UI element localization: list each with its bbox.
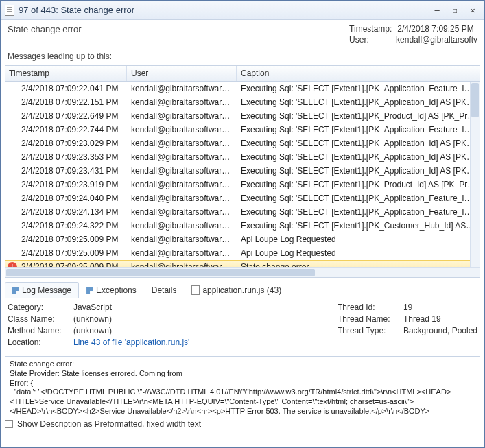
table-row[interactable]: 2/4/2018 07:09:22.649 PMkendall@gibralta…: [5, 109, 480, 123]
close-button[interactable]: ✕: [465, 4, 480, 16]
threadtype-value: Background, Pooled: [403, 326, 477, 335]
table-row[interactable]: !2/4/2018 07:09:25.009 PMkendall@gibralt…: [5, 260, 480, 267]
table-row[interactable]: 2/4/2018 07:09:23.431 PMkendall@gibralta…: [5, 164, 480, 178]
cell-timestamp: 2/4/2018 07:09:25.009 PM: [17, 235, 127, 244]
classname-value: (unknown): [73, 314, 112, 324]
window-title: 97 of 443: State change error: [19, 5, 429, 15]
cell-caption: Executing Sql: 'SELECT [Extent1].[PK_App…: [237, 152, 480, 162]
cell-caption: Executing Sql: 'SELECT [Extent1].[PK_Pro…: [237, 111, 480, 121]
cell-user: kendall@gibraltarsoftware.com: [127, 262, 237, 267]
threadname-label: Thread Name:: [338, 314, 397, 324]
methodname-label: Method Name:: [8, 326, 67, 335]
table-row[interactable]: 2/4/2018 07:09:24.040 PMkendall@gibralta…: [5, 191, 480, 205]
cell-timestamp: 2/4/2018 07:09:25.009 PM: [17, 248, 127, 258]
cell-caption: Executing Sql: 'SELECT [Extent1].[PK_Cus…: [237, 221, 480, 231]
error-description-box[interactable]: State change error: State Provider: Stat…: [5, 356, 480, 416]
methodname-value: (unknown): [73, 326, 112, 335]
cell-timestamp: 2/4/2018 07:09:23.919 PM: [17, 180, 127, 189]
cell-caption: Executing Sql: 'SELECT [Extent1].[PK_App…: [237, 97, 480, 107]
cell-user: kendall@gibraltarsoftware.com: [127, 180, 237, 189]
cell-timestamp: 2/4/2018 07:09:22.151 PM: [17, 97, 127, 107]
threadid-label: Thread Id:: [338, 303, 397, 312]
timestamp-value: 2/4/2018 7:09:25 PM: [397, 24, 473, 34]
cell-user: kendall@gibraltarsoftware.com: [127, 221, 237, 231]
maximize-button[interactable]: ☐: [447, 4, 462, 16]
cell-timestamp: 2/4/2018 07:09:23.431 PM: [17, 166, 127, 176]
table-row[interactable]: 2/4/2018 07:09:25.009 PMkendall@gibralta…: [5, 233, 480, 246]
location-link[interactable]: Line 43 of file 'application.run.js': [73, 338, 189, 347]
table-row[interactable]: 2/4/2018 07:09:23.029 PMkendall@gibralta…: [5, 137, 480, 150]
cell-user: kendall@gibraltarsoftware.com: [127, 97, 237, 107]
tab-exceptions[interactable]: Exceptions: [79, 282, 144, 298]
cell-user: kendall@gibraltarsoftware.com: [127, 235, 237, 244]
detail-tabs: Log Message Exceptions Details applicati…: [5, 282, 480, 298]
error-summary: State change error: [8, 24, 349, 46]
table-row[interactable]: 2/4/2018 07:09:24.322 PMkendall@gibralta…: [5, 219, 480, 233]
tab-log-message[interactable]: Log Message: [5, 282, 79, 298]
column-header-caption[interactable]: Caption: [237, 66, 480, 81]
summary-area: State change error Timestamp:2/4/2018 7:…: [1, 20, 484, 49]
tab-details[interactable]: Details: [144, 282, 185, 298]
cell-user: kendall@gibraltarsoftware.com: [127, 139, 237, 148]
cell-caption: Executing Sql: 'SELECT [Extent1].[PK_App…: [237, 84, 480, 93]
table-row[interactable]: 2/4/2018 07:09:25.009 PMkendall@gibralta…: [5, 246, 480, 260]
cell-timestamp: 2/4/2018 07:09:22.041 PM: [17, 84, 127, 93]
table-row[interactable]: 2/4/2018 07:09:22.151 PMkendall@gibralta…: [5, 95, 480, 109]
cell-timestamp: 2/4/2018 07:09:25.009 PM: [17, 262, 127, 267]
title-bar: 97 of 443: State change error — ☐ ✕: [1, 1, 484, 20]
cell-caption: Executing Sql: 'SELECT [Extent1].[PK_App…: [237, 139, 480, 148]
scrollbar-thumb[interactable]: [471, 83, 479, 117]
detail-panel: Category:JavaScript Class Name:(unknown)…: [1, 298, 484, 353]
cell-caption: Executing Sql: 'SELECT [Extent1].[PK_App…: [237, 193, 480, 203]
message-grid: Timestamp User Caption 2/4/2018 07:09:22…: [5, 65, 480, 278]
cell-timestamp: 2/4/2018 07:09:22.744 PM: [17, 125, 127, 134]
scrollbar-thumb[interactable]: [6, 269, 315, 276]
table-row[interactable]: 2/4/2018 07:09:23.353 PMkendall@gibralta…: [5, 150, 480, 164]
table-row[interactable]: 2/4/2018 07:09:22.041 PMkendall@gibralta…: [5, 82, 480, 95]
vertical-scrollbar[interactable]: [470, 82, 480, 267]
document-icon: [5, 5, 14, 16]
tab-file[interactable]: application.run.js (43): [184, 282, 289, 298]
timestamp-label: Timestamp:: [349, 24, 392, 34]
cell-user: kendall@gibraltarsoftware.com: [127, 84, 237, 93]
classname-label: Class Name:: [8, 314, 67, 324]
flag-icon: [12, 287, 19, 294]
cell-timestamp: 2/4/2018 07:09:23.353 PM: [17, 152, 127, 162]
threadtype-label: Thread Type:: [338, 326, 397, 335]
category-label: Category:: [8, 303, 67, 312]
cell-timestamp: 2/4/2018 07:09:23.029 PM: [17, 139, 127, 148]
table-row[interactable]: 2/4/2018 07:09:22.744 PMkendall@gibralta…: [5, 123, 480, 137]
cell-user: kendall@gibraltarsoftware.com: [127, 248, 237, 258]
category-value: JavaScript: [73, 303, 112, 312]
leadup-label: Messages leading up to this:: [1, 49, 484, 65]
flag-icon: [86, 287, 93, 294]
cell-caption: Api Loupe Log Requested: [237, 235, 480, 244]
cell-user: kendall@gibraltarsoftware.com: [127, 111, 237, 121]
horizontal-scrollbar[interactable]: [5, 267, 480, 277]
threadname-value: Thread 19: [403, 314, 441, 324]
cell-user: kendall@gibraltarsoftware.com: [127, 207, 237, 217]
cell-user: kendall@gibraltarsoftware.com: [127, 166, 237, 176]
tab-label: application.run.js (43): [202, 285, 281, 295]
tab-label: Log Message: [22, 285, 71, 295]
cell-timestamp: 2/4/2018 07:09:22.649 PM: [17, 111, 127, 121]
column-header-timestamp[interactable]: Timestamp: [5, 66, 127, 81]
cell-timestamp: 2/4/2018 07:09:24.040 PM: [17, 193, 127, 203]
tab-label: Exceptions: [96, 285, 137, 295]
cell-caption: Api Loupe Log Requested: [237, 248, 480, 258]
cell-user: kendall@gibraltarsoftware.com: [127, 152, 237, 162]
cell-caption: State change error: [237, 262, 480, 267]
error-icon: !: [8, 262, 17, 267]
table-row[interactable]: 2/4/2018 07:09:23.919 PMkendall@gibralta…: [5, 178, 480, 191]
column-header-user[interactable]: User: [127, 66, 237, 81]
cell-caption: Executing Sql: 'SELECT [Extent1].[PK_Pro…: [237, 180, 480, 189]
user-value: kendall@gibraltarsoftv: [396, 35, 477, 45]
cell-caption: Executing Sql: 'SELECT [Extent1].[PK_App…: [237, 166, 480, 176]
user-label: User:: [349, 35, 390, 45]
preformatted-checkbox[interactable]: [5, 420, 13, 428]
threadid-value: 19: [403, 303, 412, 312]
minimize-button[interactable]: —: [429, 4, 445, 16]
cell-timestamp: 2/4/2018 07:09:24.134 PM: [17, 207, 127, 217]
tab-label: Details: [152, 285, 177, 295]
table-row[interactable]: 2/4/2018 07:09:24.134 PMkendall@gibralta…: [5, 205, 480, 219]
